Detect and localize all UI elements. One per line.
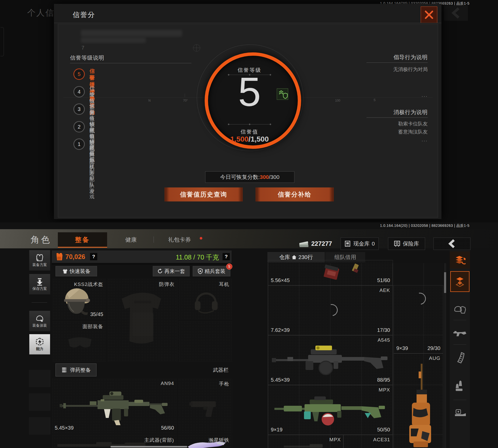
gauge-value-current: 1,500: [230, 135, 248, 143]
inventory-item-ace31[interactable]: ACE31: [343, 435, 393, 448]
slot-label: 面部装备: [82, 323, 103, 330]
level-circle: 1: [73, 138, 85, 150]
compass-100: 100: [335, 99, 340, 102]
slot-primary-weapon[interactable]: AN94 5.45: [52, 378, 177, 433]
sidebar-empty-slot: [29, 394, 50, 411]
tab-health[interactable]: 健康: [119, 235, 143, 244]
slot-empty[interactable]: [179, 321, 232, 362]
negative-underline: [366, 117, 428, 118]
face-gear-ghost-image: [66, 334, 94, 358]
sort-refresh-icon: [454, 255, 466, 265]
slot-headset[interactable]: 耳机: [179, 279, 232, 320]
elite-set-button[interactable]: 精兵套装: [193, 266, 230, 276]
gauge-value: 1,500/1,500: [211, 135, 288, 143]
filter-gear-button[interactable]: [450, 300, 470, 318]
cashbank-button[interactable]: 现金库 0: [341, 237, 379, 250]
back-button-behind[interactable]: [444, 5, 468, 21]
decor-line: [229, 124, 271, 124]
filter-attachments-button[interactable]: [450, 404, 470, 423]
inventory-scrollbar-thumb[interactable]: [444, 272, 446, 293]
cashbank-icon: [344, 240, 351, 247]
vest-value-icon: [55, 252, 63, 262]
slot-label: AN94: [161, 381, 174, 386]
loading-spinner: [323, 302, 340, 318]
magazine-icon: [455, 352, 465, 365]
vault-button[interactable]: 保险库: [388, 237, 425, 250]
auto-sort-button[interactable]: [450, 251, 470, 269]
weight-help-button[interactable]: ?: [223, 253, 230, 260]
sidebar-item-paint[interactable]: 装备涂装: [29, 311, 50, 331]
reputation-modal: 信誉分 7 N 70° 100 S 信誉等级说明: [54, 4, 441, 219]
positive-more[interactable]: ···: [365, 94, 428, 99]
equip-scrollbar-horizontal[interactable]: [110, 446, 187, 447]
item-caliber: 9×39: [396, 345, 408, 351]
modal-title: 信誉分: [73, 10, 95, 19]
knife-image: [186, 441, 228, 448]
tab-outfit[interactable]: 整备: [58, 232, 107, 248]
version-line-bottom: 1.0.164.164(20) | 03202058 | 8823669263 …: [363, 223, 469, 228]
back-button[interactable]: [433, 237, 471, 250]
inventory-item-mpx2[interactable]: MPX: [268, 435, 344, 448]
sidebar-item-loadout-plan[interactable]: 装备方案: [29, 250, 50, 271]
slot-durability: 35/45: [90, 311, 103, 317]
quick-equip-button[interactable]: 快速装备: [56, 266, 97, 276]
close-button[interactable]: [421, 6, 437, 23]
negative-header: 消极行为说明: [365, 109, 428, 116]
item-name: AEK: [379, 288, 390, 293]
recover-value: 300: [260, 174, 269, 180]
tab-giftcards[interactable]: 礼包卡券: [164, 235, 195, 244]
inventory-item-aek[interactable]: AEK 7.62×39 17/30: [268, 285, 393, 335]
inventory-grid: 5.56×45 51/60 AEK 7.62×39 17/30 A545: [268, 263, 443, 448]
sidebar-divider: [32, 302, 47, 303]
rail-divider: [453, 400, 466, 400]
rail-divider: [453, 320, 466, 320]
rifle-icon: [453, 328, 467, 338]
inventory-item-row1[interactable]: 5.56×45 51/60: [268, 260, 393, 286]
negative-more[interactable]: ···: [365, 138, 428, 144]
value-help-button[interactable]: ?: [90, 253, 97, 260]
faint-number: 7: [81, 45, 84, 51]
team-borrow-label: 组队借用: [334, 254, 356, 261]
sidebar-item-ability[interactable]: 能力: [29, 334, 50, 355]
history-button[interactable]: 信誉值历史查询: [164, 187, 243, 201]
sidebar-item-save-plan[interactable]: 保存方案: [29, 274, 50, 295]
slot-face[interactable]: 面部装备: [52, 321, 106, 362]
notification-dot: [200, 237, 202, 240]
quick-equip-label: 快速装备: [70, 268, 91, 275]
slot-label: 手枪: [219, 381, 229, 387]
slot-helmet[interactable]: KSS2战术盔 35/45: [52, 279, 106, 320]
pistol-ghost-image: [189, 394, 223, 420]
recover-label: 今日可恢复分数:: [220, 173, 260, 181]
inventory-item-939[interactable]: 9×39 29/30: [393, 285, 443, 354]
edge-handle: [1, 27, 4, 56]
ammo-loadout-button[interactable]: 弹药整备: [56, 363, 96, 376]
item-name: MPX: [379, 387, 390, 393]
recover-max: /300: [269, 174, 280, 180]
chevron-left-icon: [444, 5, 468, 21]
inventory-item-mpx[interactable]: MPX 9×19: [268, 385, 393, 435]
level-circle: 5: [73, 68, 85, 80]
filter-weapons-button[interactable]: [450, 324, 470, 342]
slot-armor[interactable]: 防弹衣: [107, 279, 177, 362]
filter-magazines-button[interactable]: [450, 348, 470, 368]
item-count: 50/50: [377, 427, 390, 433]
item-caliber: 5.56×45: [271, 277, 290, 283]
character-screen: 1.0.164.164(20) | 03202058 | 8823669263 …: [0, 222, 498, 448]
slot-pistol[interactable]: 手枪: [178, 378, 232, 433]
inventory-item-aug[interactable]: AUG: [393, 353, 443, 448]
filter-ammo-button[interactable]: [450, 376, 470, 396]
sidebar-label: 装备方案: [32, 263, 47, 267]
another-set-button[interactable]: 再来一套: [153, 266, 190, 276]
chevron-left-icon: [447, 239, 457, 248]
primary-weapon-image: [59, 389, 170, 425]
deposit-all-button[interactable]: [450, 271, 469, 292]
house-icon: [292, 255, 297, 260]
positive-underline: [366, 62, 428, 63]
close-icon: [424, 10, 434, 19]
vest-plan-icon: [35, 254, 44, 262]
loading-spinner: [412, 290, 428, 307]
item-count: 51/60: [377, 277, 390, 283]
inventory-filter-rail: [450, 250, 470, 448]
inventory-item-a545[interactable]: A545 5.45×39: [268, 335, 393, 385]
supply-button[interactable]: 信誉分补给: [255, 187, 334, 201]
